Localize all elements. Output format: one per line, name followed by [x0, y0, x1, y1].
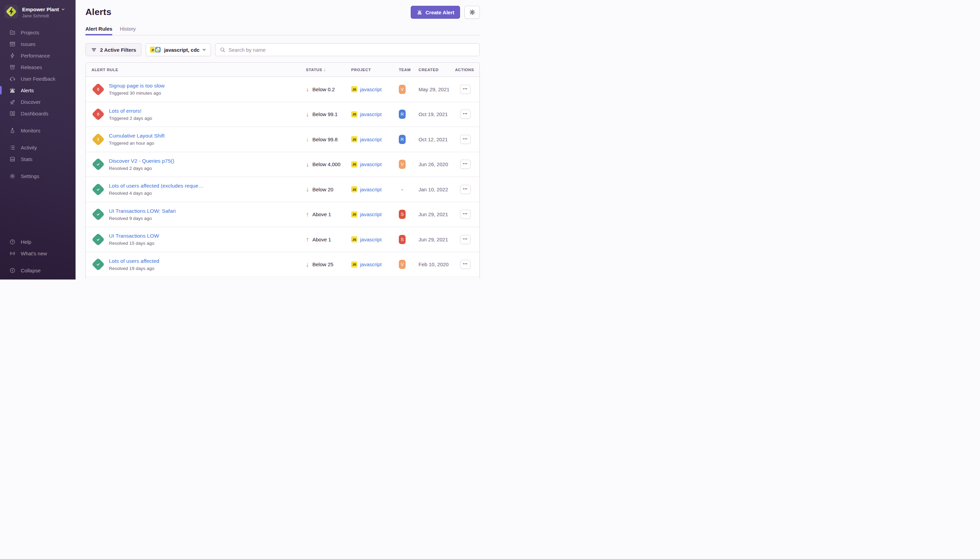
- create-alert-label: Create Alert: [426, 10, 454, 15]
- project-link[interactable]: javascript: [360, 212, 381, 217]
- broadcast-icon: [9, 250, 16, 257]
- project-link[interactable]: javascript: [360, 86, 381, 92]
- alert-rule-link[interactable]: Lots of users affected (excludes reque…: [109, 182, 203, 189]
- org-logo: [4, 5, 18, 20]
- sidebar-item-user-feedback[interactable]: User Feedback: [0, 73, 76, 84]
- sidebar-item-releases[interactable]: Releases: [0, 61, 76, 73]
- warning-icon: !: [97, 137, 99, 142]
- sidebar-item-discover[interactable]: Discover: [0, 96, 76, 108]
- sidebar-item-collapse[interactable]: Collapse: [0, 265, 76, 276]
- bar-chart-icon: [9, 156, 16, 162]
- ellipsis-icon: •••: [463, 88, 468, 91]
- sidebar-group-settings: Settings: [0, 170, 76, 182]
- alert-rule-link[interactable]: Discover V2 - Queries p75(): [109, 158, 174, 164]
- telescope-icon: [9, 99, 16, 105]
- threshold-arrow-icon: ↓: [306, 111, 309, 117]
- javascript-platform-icon: JS: [351, 161, 357, 167]
- check-icon: [95, 187, 101, 192]
- project-link[interactable]: javascript: [360, 111, 381, 117]
- check-icon: [95, 161, 101, 167]
- status-value: Below 20: [312, 187, 333, 192]
- row-actions-button[interactable]: •••: [460, 185, 470, 194]
- team-badge: R: [399, 135, 406, 144]
- alert-rules-table: ALERT RULE STATUS↓ PROJECT TEAM CREATED …: [86, 62, 480, 278]
- tab-alert-rules[interactable]: Alert Rules: [86, 26, 112, 35]
- row-actions-button[interactable]: •••: [460, 210, 470, 219]
- column-header-project: PROJECT: [351, 68, 399, 72]
- status-value: Below 0.2: [312, 86, 335, 92]
- sidebar-item-performance[interactable]: Performance: [0, 50, 76, 61]
- project-link[interactable]: javascript: [360, 137, 381, 142]
- status-value: Below 99.8: [312, 137, 338, 142]
- chevron-down-icon: [61, 7, 65, 12]
- search-box[interactable]: [215, 43, 480, 56]
- alert-rule-meta: Resolved 2 days ago: [109, 165, 174, 171]
- active-filters-button[interactable]: 2 Active Filters: [86, 43, 142, 56]
- sidebar-item-help[interactable]: ? Help: [0, 236, 76, 248]
- row-actions-button[interactable]: •••: [460, 235, 470, 244]
- team-badge: S: [399, 235, 406, 244]
- sidebar-item-dashboards[interactable]: Dashboards: [0, 108, 76, 119]
- project-link[interactable]: javascript: [360, 261, 381, 267]
- created-date: May 29, 2021: [419, 86, 459, 92]
- sidebar-item-alerts[interactable]: Alerts: [0, 84, 76, 96]
- team-badge: V: [399, 85, 406, 94]
- table-row: ! Lots of users affected Resolved 19 day…: [86, 252, 480, 278]
- project-link[interactable]: javascript: [360, 187, 381, 192]
- gear-icon: [469, 9, 476, 16]
- row-actions-button[interactable]: •••: [460, 135, 470, 144]
- row-actions-button[interactable]: •••: [460, 160, 470, 169]
- search-input[interactable]: [228, 47, 475, 53]
- row-actions-button[interactable]: •••: [460, 85, 470, 94]
- status-value: Below 99.1: [312, 111, 338, 117]
- sidebar-item-projects[interactable]: Projects: [0, 26, 76, 38]
- sidebar-item-label: Projects: [21, 30, 39, 35]
- alerts-settings-button[interactable]: [464, 6, 480, 19]
- sidebar-item-label: Settings: [21, 173, 39, 179]
- alert-rule-meta: Resolved 9 days ago: [109, 215, 176, 221]
- threshold-arrow-icon: ↓: [306, 136, 309, 142]
- alert-rule-link[interactable]: Lots of errors!: [109, 108, 152, 114]
- sidebar-item-whats-new[interactable]: What's new: [0, 248, 76, 259]
- table-row: ! UI Transactions LOW Resolved 15 days a…: [86, 227, 480, 252]
- alert-rule-meta: Resolved 15 days ago: [109, 240, 159, 246]
- sidebar-item-activity[interactable]: Activity: [0, 142, 76, 153]
- alert-rule-link[interactable]: Cumulative Layout Shift: [109, 132, 165, 139]
- sidebar-group-activity: Activity Stats: [0, 142, 76, 165]
- sidebar-item-settings[interactable]: Settings: [0, 170, 76, 182]
- ellipsis-icon: •••: [463, 112, 468, 116]
- project-filter-dropdown[interactable]: JS javascript, cdc: [146, 43, 211, 56]
- tab-history[interactable]: History: [120, 26, 136, 35]
- alert-rule-link[interactable]: Signup page is too slow: [109, 83, 165, 89]
- alert-rule-link[interactable]: UI Transactions LOW: [109, 233, 159, 239]
- alert-rule-meta: Triggered an hour ago: [109, 140, 165, 146]
- sidebar-item-stats[interactable]: Stats: [0, 153, 76, 165]
- header-actions: Create Alert: [411, 6, 480, 19]
- issues-stack-icon: [9, 41, 16, 47]
- dashboard-grid-icon: [9, 110, 16, 117]
- javascript-platform-icon: JS: [351, 86, 357, 92]
- row-actions-button[interactable]: •••: [460, 260, 470, 269]
- severity-icon: !: [92, 183, 104, 196]
- sidebar-item-label: Performance: [21, 53, 50, 59]
- sidebar-item-issues[interactable]: Issues: [0, 38, 76, 50]
- python-platform-icon: [155, 46, 161, 53]
- create-alert-button[interactable]: Create Alert: [411, 6, 460, 19]
- alert-rule-link[interactable]: UI Transactions LOW: Safari: [109, 208, 176, 215]
- folder-code-icon: [9, 29, 16, 36]
- alert-rule-link[interactable]: Lots of users affected: [109, 258, 159, 265]
- column-header-status[interactable]: STATUS↓: [306, 67, 351, 72]
- list-icon: [9, 144, 16, 151]
- row-actions-button[interactable]: •••: [460, 110, 470, 119]
- project-link[interactable]: javascript: [360, 237, 381, 242]
- alert-rule-meta: Resolved 4 days ago: [109, 190, 203, 196]
- team-badge: S: [399, 210, 406, 219]
- ellipsis-icon: •••: [463, 188, 468, 191]
- project-link[interactable]: javascript: [360, 161, 381, 167]
- sidebar-item-monitors[interactable]: Monitors: [0, 125, 76, 136]
- active-filters-label: 2 Active Filters: [100, 47, 136, 53]
- table-header: ALERT RULE STATUS↓ PROJECT TEAM CREATED …: [86, 63, 480, 77]
- org-switcher[interactable]: Empower Plant Jane Schmidt: [0, 0, 76, 20]
- created-date: Jun 29, 2021: [419, 237, 459, 242]
- javascript-platform-icon: JS: [351, 186, 357, 192]
